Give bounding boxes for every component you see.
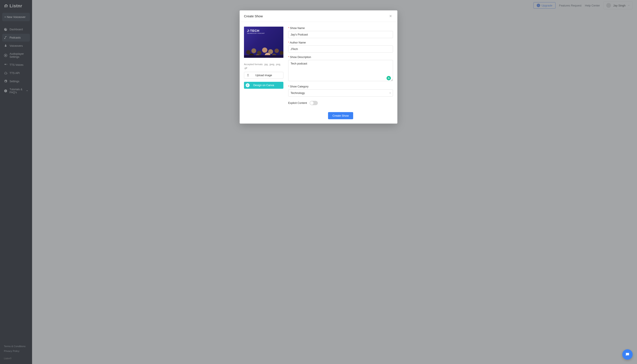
category-label: Show Category: [288, 85, 318, 88]
category-field: Show Category Technology ▾: [288, 85, 318, 96]
form: Show Name Author Name Show Description G…: [288, 26, 318, 119]
cover-subtitle: TECHNOLOGY PODCAST: [247, 33, 265, 34]
description-label: Show Description: [288, 56, 318, 59]
explicit-field: Explicit Content: [288, 101, 318, 105]
modal-title: Create Show: [244, 14, 263, 18]
show-name-input[interactable]: [288, 31, 318, 38]
svg-rect-17: [244, 55, 283, 58]
accepted-formats: Accepted formats: .jpg, .jpeg, .png, .gi…: [244, 62, 283, 70]
category-value: Technology: [291, 91, 305, 94]
description-field: Show Description G: [288, 56, 318, 82]
show-name-field: Show Name: [288, 26, 318, 38]
create-show-modal: Create Show ✕: [240, 10, 318, 124]
toggle-knob: [310, 101, 314, 105]
author-label: Author Name: [288, 41, 318, 44]
svg-point-7: [251, 48, 256, 53]
svg-point-6: [246, 50, 251, 54]
modal-body: J-TECH TECHNOLOGY PODCAST Accepted forma…: [240, 22, 318, 124]
svg-point-12: [280, 51, 283, 55]
author-input[interactable]: [288, 46, 318, 52]
audience-illustration: [244, 36, 283, 58]
modal-sidebar: J-TECH TECHNOLOGY PODCAST Accepted forma…: [244, 26, 283, 119]
canva-label: Design on Canva: [253, 84, 274, 87]
category-select[interactable]: Technology ▾: [288, 90, 318, 96]
upload-label: Upload image: [255, 74, 272, 77]
submit-row: Create Show: [288, 112, 318, 119]
cover-title: J-TECH: [247, 29, 259, 32]
description-input[interactable]: [288, 60, 318, 81]
show-name-label: Show Name: [288, 26, 318, 30]
upload-image-button[interactable]: Upload image: [244, 72, 283, 79]
show-cover-preview: J-TECH TECHNOLOGY PODCAST: [244, 26, 283, 58]
upload-icon: [247, 74, 249, 77]
design-canva-button[interactable]: C Design on Canva: [244, 82, 283, 89]
modal-header: Create Show ✕: [240, 10, 318, 22]
modal-overlay[interactable]: Create Show ✕: [0, 0, 318, 182]
svg-point-11: [275, 49, 279, 53]
explicit-toggle[interactable]: [310, 101, 318, 105]
canva-icon: C: [246, 83, 250, 87]
explicit-label: Explicit Content: [288, 102, 307, 104]
svg-point-9: [262, 48, 267, 53]
author-field: Author Name: [288, 41, 318, 52]
